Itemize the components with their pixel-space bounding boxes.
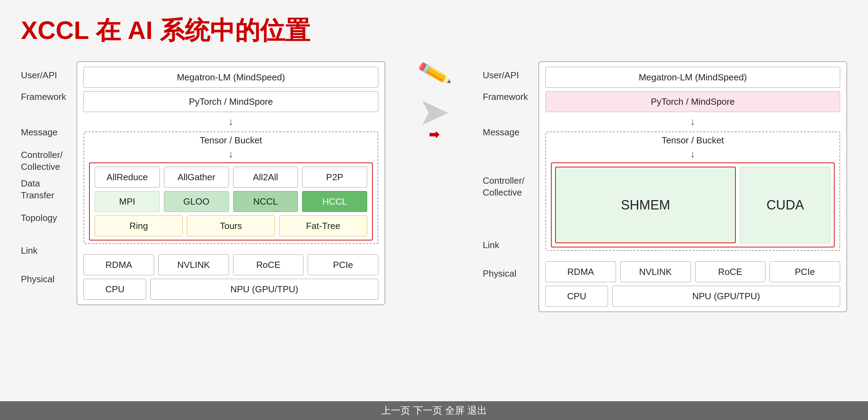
r-spacer [545, 254, 840, 258]
tours-box: Tours [187, 215, 275, 236]
pencil-icon: ✏️ [416, 58, 452, 89]
r-label-message: Message [483, 118, 538, 147]
r-label-controller: Controller/ Collective [483, 147, 538, 227]
r-label-arrow-spacer [483, 108, 538, 118]
r-physical-row: CPU NPU (GPU/TPU) [545, 286, 840, 307]
diagrams-row: User/API Framework Message Controller/ C… [21, 61, 847, 312]
user-api-row: Megatron-LM (MindSpeed) [84, 67, 378, 88]
user-api-box: Megatron-LM (MindSpeed) [84, 67, 378, 88]
r-framework-box: PyTorch / MindSpore [545, 91, 840, 112]
page-title: XCCL 在 AI 系统中的位置 [21, 14, 847, 47]
label-controller: Controller/ Collective [21, 147, 77, 175]
r-arrow-down-2: ↓ [551, 149, 835, 160]
r-npu-box: NPU (GPU/TPU) [612, 286, 840, 307]
mpi-box: MPI [95, 191, 160, 212]
middle-arrows: ✏️ ➤ ➡ [413, 61, 455, 142]
pcie-box: PCIe [308, 254, 378, 275]
allgather-box: AllGather [164, 167, 229, 188]
label-message: Message [21, 118, 77, 147]
arrow-down-1: ↓ [84, 116, 378, 127]
arrow-down-2: ↓ [89, 149, 373, 160]
nvlink-box: NVLINK [158, 254, 229, 275]
data-transfer-row: MPI GLOO NCCL HCCL [95, 191, 367, 212]
cpu-box: CPU [84, 279, 146, 300]
controller-collective-box: AllReduce AllGather All2All P2P MPI GLOO… [89, 163, 373, 240]
label-topology: Topology [21, 204, 77, 232]
r-pcie-box: PCIe [770, 261, 840, 282]
label-spacer [21, 232, 77, 237]
r-message-dashed-box: Tensor / Bucket ↓ SHMEM CUDA [545, 132, 840, 251]
r-arrow-down-1: ↓ [545, 116, 840, 127]
label-data-transfer: Data Transfer [21, 175, 77, 204]
controller-row: AllReduce AllGather All2All P2P [95, 167, 367, 188]
r-label-framework: Framework [483, 86, 538, 108]
r-link-row: RDMA NVLINK RoCE PCIe [545, 261, 840, 282]
allreduce-box: AllReduce [95, 167, 160, 188]
link-row: RDMA NVLINK RoCE PCIe [84, 254, 378, 275]
left-diagram-body: Megatron-LM (MindSpeed) PyTorch / MindSp… [77, 61, 385, 305]
main-container: XCCL 在 AI 系统中的位置 User/API Framework Mess… [0, 0, 868, 420]
red-right-arrow: ➡ [429, 127, 439, 142]
p2p-box: P2P [302, 167, 367, 188]
cuda-box: CUDA [740, 167, 830, 243]
rdma-box: RDMA [84, 254, 154, 275]
right-diagram: User/API Framework Message Controller/ C… [483, 61, 847, 312]
fattree-box: Fat-Tree [279, 215, 367, 236]
label-user-api: User/API [21, 65, 77, 86]
r-nvlink-box: NVLINK [620, 261, 691, 282]
r-message-label: Tensor / Bucket [551, 135, 835, 146]
r-user-api-box: Megatron-LM (MindSpeed) [545, 67, 840, 88]
label-framework: Framework [21, 86, 77, 108]
shmem-cuda-container: SHMEM CUDA [551, 163, 835, 247]
label-arrow-spacer [21, 108, 77, 118]
r-rdma-box: RDMA [545, 261, 616, 282]
r-label-user-api: User/API [483, 65, 538, 86]
right-diagram-body: Megatron-LM (MindSpeed) PyTorch / MindSp… [538, 61, 847, 312]
message-dashed-box: Tensor / Bucket ↓ AllReduce AllGather Al… [84, 132, 378, 244]
bottom-bar: 上一页 下一页 全屏 退出 [0, 401, 868, 420]
ring-box: Ring [95, 215, 183, 236]
framework-box: PyTorch / MindSpore [84, 91, 378, 112]
r-roce-box: RoCE [695, 261, 766, 282]
npu-box: NPU (GPU/TPU) [150, 279, 378, 300]
left-labels: User/API Framework Message Controller/ C… [21, 61, 77, 305]
left-diagram: User/API Framework Message Controller/ C… [21, 61, 385, 305]
r-cpu-box: CPU [545, 286, 608, 307]
gray-arrow-container: ➤ [418, 93, 450, 131]
spacer-1 [84, 247, 378, 251]
r-label-spacer [483, 227, 538, 231]
bottom-bar-text: 上一页 下一页 全屏 退出 [381, 404, 487, 417]
right-labels: User/API Framework Message Controller/ C… [483, 61, 538, 312]
red-arrow-container: ➡ [429, 127, 439, 142]
physical-row: CPU NPU (GPU/TPU) [84, 279, 378, 300]
label-physical: Physical [21, 265, 77, 294]
shmem-box: SHMEM [555, 167, 736, 243]
label-link: Link [21, 237, 77, 265]
hccl-box: HCCL [302, 191, 367, 212]
message-label: Tensor / Bucket [89, 135, 373, 146]
nccl-box: NCCL [233, 191, 298, 212]
all2all-box: All2All [233, 167, 298, 188]
topology-row: Ring Tours Fat-Tree [95, 215, 367, 236]
r-label-physical: Physical [483, 260, 538, 288]
gray-right-arrow: ➤ [418, 93, 450, 131]
framework-row: PyTorch / MindSpore [84, 91, 378, 112]
gloo-box: GLOO [164, 191, 229, 212]
roce-box: RoCE [233, 254, 304, 275]
r-framework-row: PyTorch / MindSpore [545, 91, 840, 112]
r-label-link: Link [483, 231, 538, 260]
r-user-api-row: Megatron-LM (MindSpeed) [545, 67, 840, 88]
